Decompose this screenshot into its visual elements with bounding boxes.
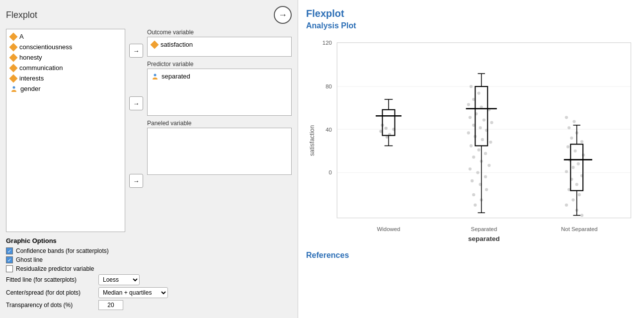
app-title: Flexplot — [6, 10, 37, 20]
confidence-bands-checkbox[interactable]: ✓ — [6, 247, 13, 254]
fitted-line-select[interactable]: Loess Linear Quadratic — [98, 274, 140, 285]
svg-point-60 — [474, 204, 477, 207]
svg-point-48 — [484, 152, 487, 155]
paneled-arrow-button[interactable]: → — [129, 174, 143, 188]
predictor-arrow-button[interactable]: → — [129, 96, 143, 110]
left-panel: Flexplot → A conscientiousness honesty c… — [0, 0, 298, 318]
svg-point-36 — [469, 116, 472, 119]
svg-point-68 — [572, 120, 575, 123]
svg-point-82 — [575, 183, 578, 186]
svg-text:separated: separated — [468, 235, 500, 242]
residualize-checkbox[interactable] — [6, 265, 13, 272]
svg-point-73 — [566, 145, 569, 148]
svg-point-51 — [487, 164, 490, 167]
svg-point-46 — [470, 144, 473, 147]
variable-assignment-area: Outcome variable satisfaction Predictor … — [147, 29, 292, 232]
residualize-row: Residualize predictor variable — [6, 265, 292, 272]
svg-point-84 — [578, 193, 581, 196]
svg-point-58 — [472, 193, 475, 196]
analysis-title: Analysis Plot — [306, 21, 636, 30]
paneled-box[interactable] — [147, 128, 292, 175]
svg-point-71 — [570, 137, 573, 140]
right-panel: Flexplot Analysis Plot 120 80 40 0 satis… — [298, 0, 644, 318]
svg-point-72 — [580, 140, 583, 143]
ghost-line-label: Ghost line — [16, 256, 105, 263]
diamond-icon — [9, 32, 18, 41]
svg-point-77 — [577, 162, 580, 165]
residualize-label: Residualize predictor variable — [16, 265, 105, 272]
svg-point-40 — [479, 126, 482, 129]
svg-point-30 — [477, 91, 480, 94]
outcome-section: Outcome variable satisfaction — [147, 29, 292, 57]
chart-container: 120 80 40 0 satisfaction Widowed Separat… — [306, 36, 636, 245]
predictor-item: separated — [150, 71, 289, 81]
svg-point-29 — [470, 85, 473, 88]
var-item-interests[interactable]: interests — [8, 73, 123, 83]
diamond-icon — [9, 64, 18, 72]
predictor-label: Predictor variable — [147, 61, 292, 68]
svg-point-55 — [471, 179, 474, 182]
svg-point-42 — [467, 131, 470, 134]
confidence-bands-row: ✓ Confidence bands (for scatterplots) — [6, 247, 292, 254]
var-item-gender[interactable]: gender — [8, 83, 123, 94]
ghost-line-checkbox[interactable]: ✓ — [6, 256, 13, 263]
arrows-column: → → → — [129, 29, 143, 232]
transparency-input[interactable] — [98, 300, 123, 310]
svg-point-49 — [472, 156, 475, 159]
graphic-options-title: Graphic Options — [6, 237, 292, 244]
svg-point-79 — [565, 170, 568, 173]
svg-point-88 — [580, 214, 583, 217]
diamond-icon — [151, 40, 159, 49]
right-title: Flexplot — [306, 8, 636, 19]
var-item-a[interactable]: A — [8, 31, 123, 42]
svg-text:80: 80 — [325, 83, 332, 89]
diamond-icon — [9, 74, 18, 82]
center-spread-select[interactable]: Median + quartiles Mean + SD — [98, 287, 168, 298]
predictor-section: Predictor variable separated — [147, 61, 292, 116]
diamond-icon — [9, 43, 18, 51]
svg-point-57 — [485, 188, 488, 191]
svg-text:Not Separated: Not Separated — [561, 226, 598, 232]
svg-point-0 — [13, 86, 15, 88]
svg-point-45 — [489, 141, 492, 144]
svg-point-85 — [571, 198, 574, 201]
references-title: References — [306, 251, 636, 260]
var-item-conscientiousness[interactable]: conscientiousness — [8, 42, 123, 52]
graphic-options: Graphic Options ✓ Confidence bands (for … — [6, 237, 292, 312]
fitted-line-label: Fitted line (for scatterplots) — [6, 276, 95, 283]
svg-point-32 — [467, 103, 470, 106]
transparency-row: Transparency of dots (%) — [6, 300, 292, 310]
svg-point-38 — [490, 121, 493, 124]
svg-text:0: 0 — [329, 169, 332, 175]
outcome-arrow-button[interactable]: → — [129, 44, 143, 58]
outcome-label: Outcome variable — [147, 29, 292, 36]
svg-point-1 — [154, 74, 157, 76]
predictor-box[interactable]: separated — [147, 69, 292, 116]
next-button[interactable]: → — [274, 6, 292, 24]
svg-point-74 — [573, 150, 576, 153]
svg-point-75 — [582, 154, 585, 157]
main-row: A conscientiousness honesty communicatio… — [6, 29, 292, 232]
panel-title: Flexplot → — [6, 6, 292, 24]
confidence-bands-label: Confidence bands (for scatterplots) — [16, 247, 109, 254]
transparency-label: Transparency of dots (%) — [6, 302, 95, 309]
svg-point-37 — [483, 118, 485, 121]
var-item-communication[interactable]: communication — [8, 63, 123, 73]
svg-point-67 — [565, 116, 568, 119]
svg-point-54 — [484, 175, 487, 178]
person-icon — [10, 85, 17, 92]
paneled-label: Paneled variable — [147, 120, 292, 127]
variable-list[interactable]: A conscientiousness honesty communicatio… — [6, 29, 125, 232]
center-spread-label: Center/spread (for dot plots) — [6, 289, 95, 296]
person-icon — [152, 73, 159, 80]
svg-text:120: 120 — [322, 40, 332, 46]
svg-point-47 — [477, 149, 480, 152]
outcome-item: satisfaction — [150, 39, 289, 50]
svg-text:Separated: Separated — [471, 226, 497, 232]
var-item-honesty[interactable]: honesty — [8, 52, 123, 63]
svg-point-44 — [481, 138, 484, 141]
outcome-box[interactable]: satisfaction — [147, 37, 292, 57]
svg-text:satisfaction: satisfaction — [309, 125, 316, 156]
svg-point-86 — [565, 204, 568, 207]
svg-text:40: 40 — [325, 127, 332, 133]
